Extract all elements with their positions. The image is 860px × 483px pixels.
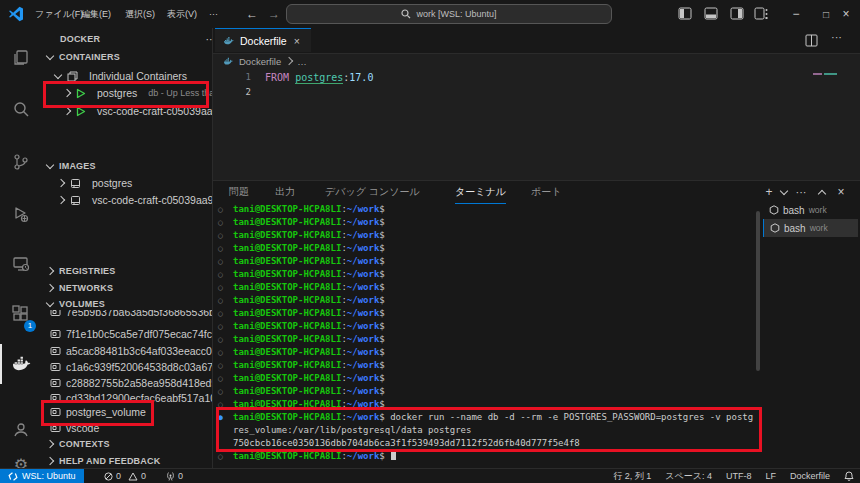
volume-icon [50, 329, 61, 339]
container-status: db - Up Less than … [148, 88, 213, 98]
terminal-scrollbar[interactable] [756, 211, 760, 371]
search-text: work [WSL: Ubuntu] [416, 9, 496, 19]
docker-run-command-wrap: res_volume:/var/lib/postgresql/data post… [213, 424, 758, 437]
image-item-postgres[interactable]: postgres [42, 175, 213, 191]
terminal-prompt-line: ○tani@DESKTOP-HCPA8LI:~/work$ [213, 320, 758, 333]
new-terminal-icon[interactable]: + [761, 184, 777, 200]
eol-sequence[interactable]: LF [765, 471, 776, 481]
section-registries[interactable]: REGISTRIES [42, 263, 213, 279]
breadcrumb[interactable]: Dockerfile … [213, 53, 860, 69]
panel-tab-debug-console[interactable]: デバッグ コンソール [325, 181, 420, 203]
customize-layout-icon[interactable] [754, 7, 769, 20]
tab-dockerfile[interactable]: Dockerfile × [215, 28, 311, 52]
command-center-search[interactable]: work [WSL: Ubuntu] [286, 4, 612, 24]
notifications-bell-icon[interactable] [844, 471, 854, 481]
window-minimize-button[interactable]: − [782, 0, 810, 28]
volume-item[interactable]: vscode [42, 420, 213, 436]
terminal-list-item-bash-1[interactable]: bash work [763, 201, 858, 219]
ports-status[interactable]: 0 [166, 469, 183, 483]
container-item-postgres[interactable]: postgres db - Up Less than … [42, 85, 213, 101]
section-help-feedback[interactable]: HELP AND FEEDBACK [42, 453, 213, 469]
extensions-icon[interactable]: 1 [0, 294, 42, 334]
command-marker-icon: ○ [218, 450, 223, 463]
section-contexts[interactable]: CONTEXTS [42, 436, 213, 452]
search-view-icon[interactable] [0, 90, 42, 130]
extensions-badge: 1 [24, 320, 36, 332]
section-networks[interactable]: NETWORKS [42, 280, 213, 296]
chevron-right-icon [46, 267, 54, 275]
volume-item[interactable]: postgres_volume [42, 404, 213, 420]
command-marker-icon: ○ [218, 372, 223, 385]
terminal-prompt-line: ○tani@DESKTOP-HCPA8LI:~/work$ [213, 372, 758, 385]
code-line-2[interactable]: 2 [213, 85, 860, 100]
cursor-position[interactable]: 行 2, 列 1 [613, 470, 651, 483]
terminal-output[interactable]: ○tani@DESKTOP-HCPA8LI:~/work$○tani@DESKT… [213, 203, 758, 470]
menu-more[interactable]: ··· [202, 0, 225, 28]
section-containers[interactable]: CONTAINERS [42, 49, 213, 65]
bash-icon [769, 205, 779, 215]
panel-tab-ports[interactable]: ポート [531, 181, 561, 203]
remote-indicator[interactable]: WSL: Ubuntu [0, 469, 84, 483]
image-tag: 17.0 [349, 72, 373, 83]
image-item-vsc[interactable]: vsc-code-craft-c05039aa99… [42, 192, 213, 208]
maximize-panel-icon[interactable] [814, 184, 830, 200]
split-editor-icon[interactable] [805, 34, 818, 47]
panel-more-actions-icon[interactable]: ··· [793, 184, 809, 200]
docker-view-icon[interactable] [0, 344, 42, 384]
command-marker-icon: ○ [218, 242, 223, 255]
close-panel-icon[interactable]: × [833, 184, 849, 200]
menu-selection[interactable]: 選択(S) [118, 0, 162, 28]
language-mode[interactable]: Dockerfile [790, 471, 830, 481]
command-marker-icon: ○ [218, 255, 223, 268]
command-marker-icon: ○ [218, 398, 223, 411]
menu-view[interactable]: 表示(V) [160, 0, 204, 28]
terminal-prompt-line: ○tani@DESKTOP-HCPA8LI:~/work$ [213, 450, 758, 463]
window-close-button[interactable]: × [832, 0, 860, 28]
chevron-right-icon [285, 57, 293, 65]
terminal-prompt-line: ○tani@DESKTOP-HCPA8LI:~/work$ [213, 268, 758, 281]
tree-item-individual-containers[interactable]: Individual Containers [42, 68, 213, 84]
toggle-sidebar-icon[interactable] [678, 7, 692, 20]
title-bar: ファイル(F) 編集(E) 選択(S) 表示(V) ··· ← → work [… [0, 0, 860, 29]
toggle-secondary-sidebar-icon[interactable] [730, 7, 744, 20]
minimap[interactable] [813, 73, 822, 75]
terminal-list-item-bash-2[interactable]: bash work [763, 219, 858, 237]
chevron-down-icon [54, 70, 62, 78]
command-marker-icon: ○ [218, 281, 223, 294]
remote-explorer-icon[interactable] [0, 244, 42, 284]
sidebar-more-icon[interactable]: ··· [206, 33, 214, 45]
panel-tab-terminal[interactable]: ターミナル [455, 181, 506, 204]
minimap[interactable] [824, 73, 837, 75]
editor-more-actions-icon[interactable]: ··· [831, 31, 842, 43]
explorer-icon[interactable] [0, 38, 42, 78]
panel-tab-output[interactable]: 出力 [275, 181, 295, 203]
volume-icon [50, 362, 61, 372]
volume-item[interactable]: 7f1e1b0c5ca5e7df075ecac74fcf… [42, 326, 213, 342]
panel-tab-problems[interactable]: 問題 [229, 181, 249, 203]
chevron-right-icon [57, 179, 65, 187]
volume-item[interactable]: 7e5b9b37ba63a5d5f36865536b5b… [42, 310, 213, 321]
section-images[interactable]: IMAGES [42, 158, 213, 174]
source-control-icon[interactable] [0, 142, 42, 182]
menu-edit[interactable]: 編集(E) [74, 0, 118, 28]
image-reference: postgres [295, 72, 343, 84]
volume-icon [50, 393, 61, 403]
volume-item[interactable]: c28882755b2a58ea958d418ed9… [42, 375, 213, 391]
encoding[interactable]: UTF-8 [726, 471, 752, 481]
run-debug-icon[interactable] [0, 194, 42, 234]
chevron-right-icon [57, 196, 65, 204]
container-item-vsc[interactable]: vsc-code-craft-c05039aa9… [42, 103, 213, 119]
indentation[interactable]: スペース: 4 [665, 470, 712, 483]
terminal-prompt-line: ○tani@DESKTOP-HCPA8LI:~/work$ [213, 359, 758, 372]
code-line-1[interactable]: 1 FROM postgres:17.0 [213, 70, 860, 85]
volume-item[interactable]: a5cac88481b3c64af033eeacc0e… [42, 343, 213, 359]
problems-status[interactable]: 0 0 [104, 469, 146, 483]
terminal-prompt-line: ○tani@DESKTOP-HCPA8LI:~/work$ [213, 333, 758, 346]
tab-close-icon[interactable]: × [294, 35, 300, 47]
nav-forward-icon[interactable]: → [260, 0, 288, 28]
chevron-down-icon [46, 51, 54, 59]
terminal-dropdown-icon[interactable] [776, 184, 792, 200]
volume-icon [50, 310, 61, 317]
toggle-panel-icon[interactable] [704, 7, 718, 20]
volume-item[interactable]: c1a6c939f520064538d8c03a67… [42, 359, 213, 375]
